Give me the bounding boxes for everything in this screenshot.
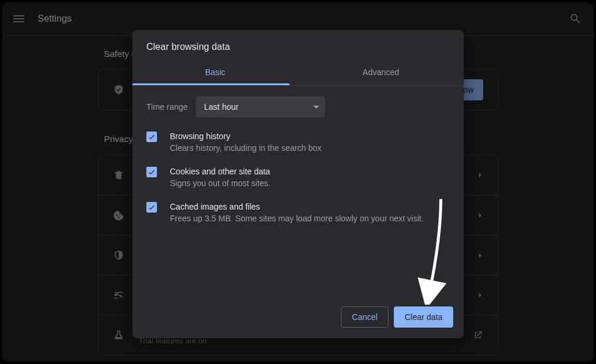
dialog-title: Clear browsing data — [132, 30, 464, 60]
check-title: Cached images and files — [170, 201, 450, 213]
cancel-button[interactable]: Cancel — [341, 306, 389, 328]
checkbox-cookies[interactable] — [146, 167, 157, 177]
time-range-label: Time range — [146, 102, 187, 112]
chevron-down-icon — [313, 106, 319, 109]
tab-indicator — [132, 83, 290, 85]
time-range-value: Last hour — [204, 102, 238, 112]
clear-data-button[interactable]: Clear data — [394, 306, 453, 328]
checkbox-cache[interactable] — [146, 202, 157, 213]
check-row-browsing-history: Browsing history Clears history, includi… — [146, 130, 450, 154]
tab-advanced[interactable]: Advanced — [298, 60, 464, 85]
dialog-tabs: Basic Advanced — [132, 60, 464, 86]
check-row-cookies: Cookies and other site data Signs you ou… — [146, 166, 450, 189]
check-title: Cookies and other site data — [170, 166, 450, 177]
checkbox-browsing-history[interactable] — [146, 132, 157, 142]
check-sub: Signs you out of most sites. — [170, 177, 450, 189]
tab-basic[interactable]: Basic — [132, 60, 298, 85]
time-range-select[interactable]: Last hour — [196, 96, 325, 117]
clear-browsing-data-dialog: Clear browsing data Basic Advanced Time … — [132, 30, 464, 338]
check-sub: Frees up 3.5 MB. Some sites may load mor… — [170, 213, 450, 224]
check-sub: Clears history, including in the search … — [170, 142, 450, 154]
check-title: Browsing history — [170, 130, 450, 142]
check-row-cache: Cached images and files Frees up 3.5 MB.… — [146, 201, 450, 224]
